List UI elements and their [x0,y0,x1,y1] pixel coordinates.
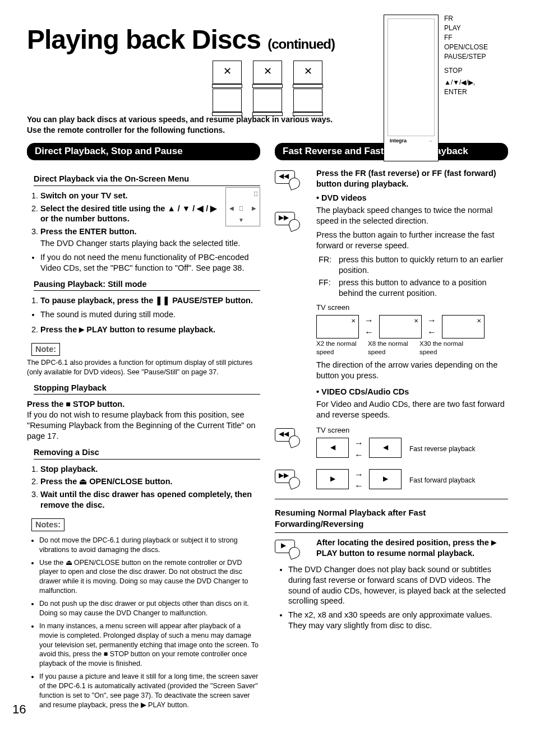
rev-diagram: ◀ →← ◀ Fast reverse playback [316,438,508,461]
bullet-muted: The sound is muted during still mode. [40,309,260,320]
bullet-dvd-videos: • DVD videos [316,193,508,203]
bullet-pbc: If you do not need the menu functionalit… [40,252,260,273]
vcd-text: For Video and Audio CDs, there are two f… [316,399,508,420]
dvd-line1: The playback speed changes to twice the … [316,205,508,226]
tvscreen-label-2: TV screen [316,426,508,435]
page-number: 16 [12,702,26,718]
subhead-pausing: Pausing Playback: Still mode [34,279,260,291]
fr-button-icon: ◀◀ [275,170,295,184]
speed-diagram: →← →← [316,315,508,338]
step-resume-play: Press the ▶ PLAY button to resume playba… [40,325,215,334]
stop-text: If you do not wish to resume playback fr… [27,410,260,442]
resume-note-1: The DVD Changer does not play back sound… [288,564,508,606]
remote-label-pause: PAUSE/STEP [444,53,488,61]
subhead-press-fr-ff: Press the FR (fast reverse) or FF (fast … [316,168,508,189]
play-icon: ▶ [491,539,496,546]
play-icon: ▶ [79,326,84,333]
speed-x30: X30 the normal speed [419,340,467,356]
intro-text: You can play back discs at various speed… [27,114,341,134]
play-button-icon: ▶ [275,540,295,553]
resume-note-2: The x2, x8 and x30 speeds are only appro… [288,610,508,631]
dvd-line2: Press the button again to further increa… [316,230,508,251]
speed-x8: X8 the normal speed [368,340,415,356]
step-pause: To pause playback, press the ❚❚ PAUSE/ST… [40,296,253,305]
subhead-removing: Removing a Disc [34,447,260,460]
resume-bold: After locating the desired position, pre… [316,537,508,559]
subhead-direct-playback: Direct Playback via the On-Screen Menu [34,174,260,186]
mini-remote-icon: ⎕ ◀ ⎕ ▶ ▼ [225,187,260,226]
step4-2: Press the ⏏ OPEN/CLOSE button. [40,477,173,486]
bullet-vcd: • VIDEO CDs/Audio CDs [316,387,508,397]
note-5: If you pause a picture and leave it stil… [39,672,260,710]
note-1: Do not move the DPC-6.1 during playback … [39,536,260,555]
stop-bold: Press the ■ STOP button. [27,400,124,409]
step1-3-tail: The DVD Changer starts playing back the … [40,238,260,249]
disc-illustration [27,61,508,111]
fwd-diagram: ▶ →← ▶ Fast forward playback [316,469,508,493]
remote-label-ff: FF [444,34,488,42]
note-4: In many instances, a menu screen will ap… [39,622,260,669]
ff-def-label: FF: [319,277,339,299]
remote-brand: Integra [390,138,407,144]
subhead-stopping: Stopping Playback [34,383,260,395]
step1-2: Select the desired title using the ▲ / ▼… [40,204,217,224]
rev-label: Fast reverse playback [409,445,475,454]
note-label: Note: [31,343,60,356]
direction-text: The direction of the arrow varies depend… [316,360,508,381]
step1-1: Switch on your TV set. [40,191,128,200]
speed-x2: X2 the normal speed [316,340,363,356]
title-continued: (continued) [268,36,335,52]
fr-def-text: press this button to quickly return to a… [339,254,508,276]
title-main: Playing back Discs [27,25,261,54]
tvscreen-label-1: TV screen [316,303,508,313]
step4-1: Stop playback. [40,465,98,474]
fr-button-icon-2: ◀◀ [275,428,295,442]
note-3: Do not push up the disc drawer or put ob… [39,599,260,618]
section-direct-playback: Direct Playback, Stop and Pause [27,143,260,160]
ff-def-text: press this button to advance to a positi… [339,277,508,299]
step1-3: Press the ENTER button. [40,227,137,236]
right-column: Fast Reverse and Fast Forward Playback ◀… [275,143,508,713]
ff-button-icon: ▶▶ [275,212,295,225]
fwd-label: Fast forward playback [409,476,475,485]
left-column: Direct Playback, Stop and Pause Direct P… [27,143,260,713]
remote-label-fr: FR [444,15,488,23]
remote-label-play: PLAY [444,24,488,33]
note-2: Use the ⏏ OPEN/CLOSE button on the remot… [39,558,260,596]
notes-label: Notes: [31,518,64,531]
subhead-resuming: Resuming Normal Playback after Fast Forw… [275,507,508,529]
note-text: The DPC-6.1 also provides a function for… [27,358,260,377]
fr-def-label: FR: [319,254,339,276]
remote-label-open: OPEN/CLOSE [444,43,488,52]
notes-block: Do not move the DPC-6.1 during playback … [27,536,260,710]
step4-3: Wait until the disc drawer has opened co… [40,490,252,509]
ff-button-icon-2: ▶▶ [275,470,295,483]
